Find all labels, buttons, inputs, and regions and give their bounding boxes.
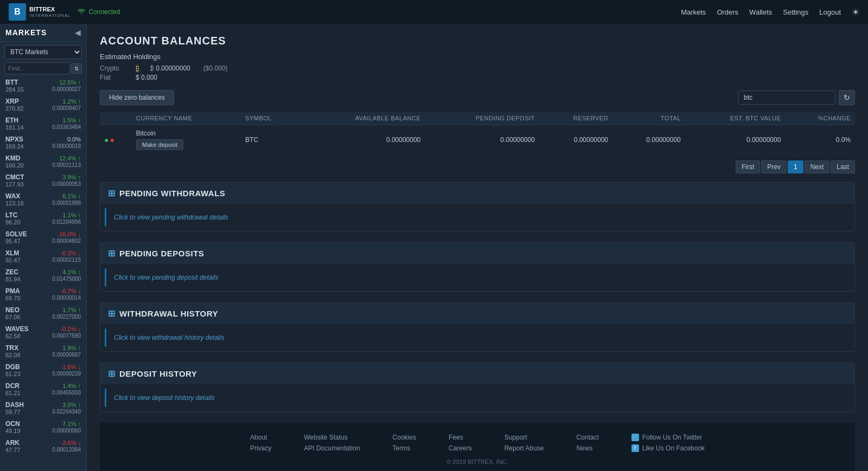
footer-link[interactable]: Terms (393, 444, 416, 452)
market-item[interactable]: XLM -0.3% ↓ 92.47 0.00002115 (0, 247, 86, 266)
expand-icon-pending-deposits: ⊞ (108, 248, 115, 259)
market-item[interactable]: ZEC 4.1% ↑ 81.94 0.01475000 (0, 266, 86, 285)
section-header-pending-withdrawals[interactable]: ⊞ PENDING WITHDRAWALS (100, 183, 854, 204)
market-price: 166.20 (5, 162, 24, 169)
fiat-label: Fiat (100, 74, 127, 81)
prev-page-button[interactable]: Prev (761, 160, 787, 173)
crypto-row: Crypto ₿ ₿ 0.00000000 ($0.000) (100, 64, 855, 73)
th-pending-deposit: PENDING DEPOSIT (425, 112, 539, 125)
social-link[interactable]: fLike Us On Facebook (631, 444, 705, 452)
section-header-withdrawal-history[interactable]: ⊞ WITHDRAWAL HISTORY (100, 303, 854, 324)
current-page-button[interactable]: 1 (788, 160, 803, 173)
market-item[interactable]: WAVES -0.2% ↓ 62.58 0.00077580 (0, 323, 86, 342)
sidebar-collapse-btn[interactable]: ◀ (75, 28, 81, 37)
market-name: NPXS (5, 136, 23, 143)
footer-col: ContactNews (576, 434, 598, 452)
social-link[interactable]: 🐦Follow Us On Twitter (631, 434, 705, 441)
market-item[interactable]: OCN 7.1% ↑ 49.19 0.00000060 (0, 418, 86, 437)
market-dropdown[interactable]: BTC Markets ETH Markets USD Markets (4, 45, 82, 59)
cell-symbol: BTC (241, 125, 300, 155)
withdraw-icon[interactable]: ● (110, 136, 114, 144)
market-price: 62.08 (5, 352, 21, 358)
market-item[interactable]: DASH 3.0% ↑ 59.77 0.02264340 (0, 399, 86, 418)
footer-link[interactable]: News (576, 444, 598, 452)
market-btc: 0.00000239 (52, 371, 81, 377)
sidebar-title: MARKETS (5, 28, 47, 37)
footer-copyright: © 2019 BITTREX, INC. (122, 459, 833, 465)
footer-link[interactable]: Privacy (250, 444, 271, 452)
market-item[interactable]: TRX 1.9% ↑ 62.08 0.00000687 (0, 342, 86, 361)
section-body-pending-withdrawals: Click to view pending withdrawal details (105, 208, 850, 227)
market-change: 7.1% ↑ (62, 421, 81, 427)
section-pending-deposits: ⊞ PENDING DEPOSITS Click to view pending… (100, 242, 855, 292)
first-page-button[interactable]: First (736, 160, 760, 173)
section-title-withdrawal-history: WITHDRAWAL HISTORY (119, 309, 218, 318)
make-deposit-button[interactable]: Make deposit (136, 139, 183, 150)
fiat-row: Fiat $ 0.000 (100, 74, 855, 81)
market-item[interactable]: ARK -3.6% ↓ 47.77 0.00013384 (0, 437, 86, 456)
market-name: WAVES (5, 325, 28, 333)
hide-zero-button[interactable]: Hide zero balances (100, 90, 174, 105)
th-currency-name: CURRENCY NAME (132, 112, 241, 125)
section-link-withdrawal-history[interactable]: Click to view withdrawal history details (114, 334, 224, 341)
nav-markets[interactable]: Markets (681, 8, 706, 16)
top-nav: B BITTREX INTERNATIONAL Connected Market… (0, 0, 868, 24)
footer-link[interactable]: Report Abuse (505, 444, 544, 452)
market-item[interactable]: NEO 1.7% ↑ 67.06 0.00227000 (0, 304, 86, 323)
last-page-button[interactable]: Last (831, 160, 855, 173)
market-name: PMA (5, 287, 20, 295)
table-head: CURRENCY NAME SYMBOL AVAILABLE BALANCE P… (100, 112, 855, 125)
section-link-pending-deposits[interactable]: Click to view pending deposit details (114, 274, 219, 281)
market-name: DGB (5, 363, 20, 371)
section-link-deposit-history[interactable]: Click to view deposit history details (114, 394, 214, 402)
footer-link[interactable]: About (250, 434, 271, 441)
nav-logout[interactable]: Logout (819, 8, 841, 16)
market-item[interactable]: KMD 12.4% ↑ 166.20 0.00021113 (0, 152, 86, 171)
theme-icon[interactable]: ☀ (852, 7, 859, 17)
market-name: SOLVE (5, 230, 27, 238)
footer-link[interactable]: Support (505, 434, 544, 441)
market-btc: 0.00000018 (52, 143, 81, 150)
th-est-btc-value: EST. BTC VALUE (685, 112, 786, 125)
section-link-pending-withdrawals[interactable]: Click to view pending withdrawal details (114, 214, 228, 221)
nav-orders[interactable]: Orders (717, 8, 738, 16)
nav-settings[interactable]: Settings (783, 8, 808, 16)
footer-link[interactable]: Fees (449, 434, 472, 441)
footer-link[interactable]: Cookies (393, 434, 416, 441)
market-change: -6.7% ↓ (61, 288, 81, 294)
section-body-pending-deposits: Click to view pending deposit details (105, 268, 850, 287)
market-item[interactable]: CMCT 3.9% ↑ 127.93 0.00000053 (0, 171, 86, 190)
nav-wallets[interactable]: Wallets (749, 8, 772, 16)
market-btc: 0.00013384 (52, 447, 81, 453)
market-item[interactable]: XRP 1.2% ↑ 276.82 0.00008407 (0, 95, 86, 114)
layout: MARKETS ◀ BTC Markets ETH Markets USD Ma… (0, 24, 868, 471)
sort-button[interactable]: ⇅ (71, 63, 82, 74)
market-item[interactable]: DCR 1.4% ↑ 61.21 0.00465000 (0, 380, 86, 399)
search-box: ↻ (738, 90, 855, 105)
holdings-title: Estimated Holdings (100, 53, 855, 61)
sidebar-search-input[interactable] (4, 62, 70, 74)
market-item[interactable]: PMA -6.7% ↓ 69.70 0.00000014 (0, 285, 86, 304)
footer-link[interactable]: API Documentation (304, 444, 360, 452)
balance-search-input[interactable] (738, 91, 835, 105)
footer-link[interactable]: Website Status (304, 434, 360, 441)
section-title-pending-deposits: PENDING DEPOSITS (119, 249, 204, 258)
footer-link[interactable]: Contact (576, 434, 598, 441)
refresh-button[interactable]: ↻ (839, 90, 855, 105)
market-item[interactable]: SOLVE -16.0% ↓ 95.47 0.00004802 (0, 228, 86, 247)
btc-icon: ₿ (136, 64, 139, 73)
deposit-icon[interactable]: ● (104, 136, 108, 144)
market-item[interactable]: WAX 6.1% ↑ 123.18 0.00001988 (0, 190, 86, 209)
market-item[interactable]: ETH 1.5% ↑ 181.14 0.03363484 (0, 114, 86, 133)
section-header-deposit-history[interactable]: ⊞ DEPOSIT HISTORY (100, 363, 854, 384)
section-header-pending-deposits[interactable]: ⊞ PENDING DEPOSITS (100, 243, 854, 264)
market-item[interactable]: DGB -1.6% ↓ 61.23 0.00000239 (0, 361, 86, 380)
market-item[interactable]: LTC 1.1% ↑ 96.20 0.01204996 (0, 209, 86, 228)
nav-left: B BITTREX INTERNATIONAL Connected (9, 3, 120, 21)
footer-link[interactable]: Careers (449, 444, 472, 452)
market-price: 96.20 (5, 219, 21, 225)
market-item[interactable]: BTT 12.5% ↑ 284.15 0.00000027 (0, 76, 86, 95)
crypto-usd: ($0.000) (203, 64, 228, 72)
market-item[interactable]: NPXS 0.0% 169.24 0.00000018 (0, 133, 86, 152)
next-page-button[interactable]: Next (805, 160, 830, 173)
